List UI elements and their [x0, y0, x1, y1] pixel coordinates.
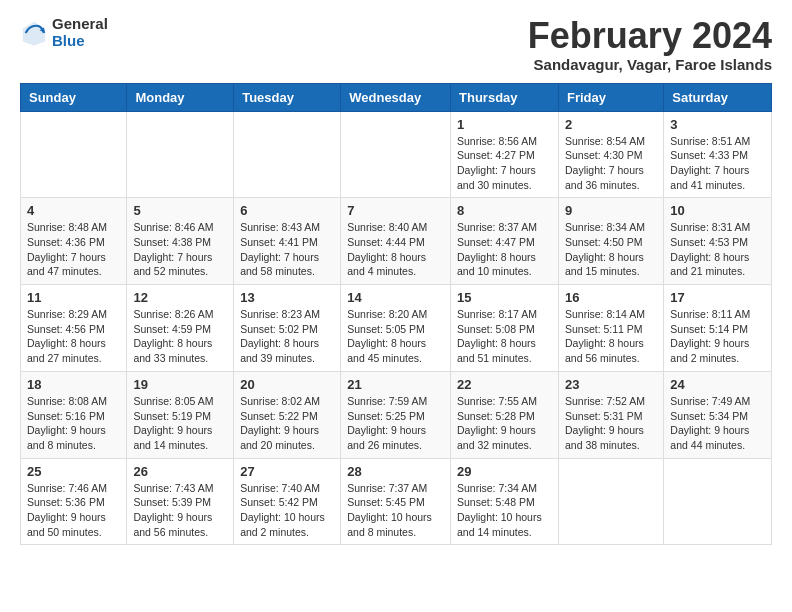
calendar-cell: 16Sunrise: 8:14 AM Sunset: 5:11 PM Dayli… [558, 285, 663, 372]
day-info: Sunrise: 8:34 AM Sunset: 4:50 PM Dayligh… [565, 220, 657, 279]
day-info: Sunrise: 7:55 AM Sunset: 5:28 PM Dayligh… [457, 394, 552, 453]
calendar-cell: 26Sunrise: 7:43 AM Sunset: 5:39 PM Dayli… [127, 458, 234, 545]
calendar-cell: 2Sunrise: 8:54 AM Sunset: 4:30 PM Daylig… [558, 111, 663, 198]
title-section: February 2024 Sandavagur, Vagar, Faroe I… [528, 16, 772, 73]
day-info: Sunrise: 8:56 AM Sunset: 4:27 PM Dayligh… [457, 134, 552, 193]
day-info: Sunrise: 8:23 AM Sunset: 5:02 PM Dayligh… [240, 307, 334, 366]
calendar-day-header: Tuesday [234, 83, 341, 111]
calendar-week-row: 18Sunrise: 8:08 AM Sunset: 5:16 PM Dayli… [21, 371, 772, 458]
day-number: 9 [565, 203, 657, 218]
day-number: 13 [240, 290, 334, 305]
day-info: Sunrise: 8:08 AM Sunset: 5:16 PM Dayligh… [27, 394, 120, 453]
day-number: 1 [457, 117, 552, 132]
day-info: Sunrise: 8:20 AM Sunset: 5:05 PM Dayligh… [347, 307, 444, 366]
calendar-cell: 5Sunrise: 8:46 AM Sunset: 4:38 PM Daylig… [127, 198, 234, 285]
day-number: 8 [457, 203, 552, 218]
page: General Blue February 2024 Sandavagur, V… [0, 0, 792, 555]
calendar-week-row: 11Sunrise: 8:29 AM Sunset: 4:56 PM Dayli… [21, 285, 772, 372]
day-number: 7 [347, 203, 444, 218]
day-number: 27 [240, 464, 334, 479]
calendar-cell: 1Sunrise: 8:56 AM Sunset: 4:27 PM Daylig… [451, 111, 559, 198]
calendar-cell: 13Sunrise: 8:23 AM Sunset: 5:02 PM Dayli… [234, 285, 341, 372]
calendar-cell: 17Sunrise: 8:11 AM Sunset: 5:14 PM Dayli… [664, 285, 772, 372]
day-number: 17 [670, 290, 765, 305]
logo-text: General Blue [52, 16, 108, 49]
calendar-cell [21, 111, 127, 198]
day-info: Sunrise: 8:05 AM Sunset: 5:19 PM Dayligh… [133, 394, 227, 453]
day-number: 6 [240, 203, 334, 218]
day-number: 19 [133, 377, 227, 392]
calendar-cell [558, 458, 663, 545]
calendar-table: SundayMondayTuesdayWednesdayThursdayFrid… [20, 83, 772, 546]
day-info: Sunrise: 7:34 AM Sunset: 5:48 PM Dayligh… [457, 481, 552, 540]
day-number: 5 [133, 203, 227, 218]
calendar-cell: 27Sunrise: 7:40 AM Sunset: 5:42 PM Dayli… [234, 458, 341, 545]
month-title: February 2024 [528, 16, 772, 56]
calendar-day-header: Wednesday [341, 83, 451, 111]
calendar-day-header: Saturday [664, 83, 772, 111]
calendar-cell: 12Sunrise: 8:26 AM Sunset: 4:59 PM Dayli… [127, 285, 234, 372]
calendar-day-header: Sunday [21, 83, 127, 111]
location-subtitle: Sandavagur, Vagar, Faroe Islands [528, 56, 772, 73]
day-info: Sunrise: 7:43 AM Sunset: 5:39 PM Dayligh… [133, 481, 227, 540]
day-number: 4 [27, 203, 120, 218]
day-number: 26 [133, 464, 227, 479]
day-number: 15 [457, 290, 552, 305]
day-number: 12 [133, 290, 227, 305]
calendar-cell: 10Sunrise: 8:31 AM Sunset: 4:53 PM Dayli… [664, 198, 772, 285]
day-number: 23 [565, 377, 657, 392]
calendar-week-row: 1Sunrise: 8:56 AM Sunset: 4:27 PM Daylig… [21, 111, 772, 198]
day-info: Sunrise: 8:43 AM Sunset: 4:41 PM Dayligh… [240, 220, 334, 279]
calendar-cell: 3Sunrise: 8:51 AM Sunset: 4:33 PM Daylig… [664, 111, 772, 198]
calendar-cell: 22Sunrise: 7:55 AM Sunset: 5:28 PM Dayli… [451, 371, 559, 458]
day-info: Sunrise: 8:54 AM Sunset: 4:30 PM Dayligh… [565, 134, 657, 193]
calendar-cell [341, 111, 451, 198]
day-number: 16 [565, 290, 657, 305]
day-info: Sunrise: 7:40 AM Sunset: 5:42 PM Dayligh… [240, 481, 334, 540]
day-info: Sunrise: 7:37 AM Sunset: 5:45 PM Dayligh… [347, 481, 444, 540]
calendar-week-row: 4Sunrise: 8:48 AM Sunset: 4:36 PM Daylig… [21, 198, 772, 285]
day-info: Sunrise: 8:51 AM Sunset: 4:33 PM Dayligh… [670, 134, 765, 193]
calendar-cell: 23Sunrise: 7:52 AM Sunset: 5:31 PM Dayli… [558, 371, 663, 458]
calendar-cell: 14Sunrise: 8:20 AM Sunset: 5:05 PM Dayli… [341, 285, 451, 372]
day-number: 28 [347, 464, 444, 479]
day-info: Sunrise: 8:40 AM Sunset: 4:44 PM Dayligh… [347, 220, 444, 279]
calendar-cell [664, 458, 772, 545]
logo: General Blue [20, 16, 108, 49]
logo-blue-text: Blue [52, 33, 108, 50]
day-number: 22 [457, 377, 552, 392]
day-info: Sunrise: 8:31 AM Sunset: 4:53 PM Dayligh… [670, 220, 765, 279]
calendar-day-header: Friday [558, 83, 663, 111]
day-number: 20 [240, 377, 334, 392]
day-number: 10 [670, 203, 765, 218]
calendar-cell: 29Sunrise: 7:34 AM Sunset: 5:48 PM Dayli… [451, 458, 559, 545]
calendar-cell [127, 111, 234, 198]
day-info: Sunrise: 7:52 AM Sunset: 5:31 PM Dayligh… [565, 394, 657, 453]
calendar-cell: 7Sunrise: 8:40 AM Sunset: 4:44 PM Daylig… [341, 198, 451, 285]
calendar-cell: 4Sunrise: 8:48 AM Sunset: 4:36 PM Daylig… [21, 198, 127, 285]
calendar-cell: 15Sunrise: 8:17 AM Sunset: 5:08 PM Dayli… [451, 285, 559, 372]
logo-icon [20, 19, 48, 47]
day-info: Sunrise: 7:46 AM Sunset: 5:36 PM Dayligh… [27, 481, 120, 540]
calendar-day-header: Monday [127, 83, 234, 111]
day-info: Sunrise: 8:17 AM Sunset: 5:08 PM Dayligh… [457, 307, 552, 366]
day-number: 3 [670, 117, 765, 132]
calendar-cell: 11Sunrise: 8:29 AM Sunset: 4:56 PM Dayli… [21, 285, 127, 372]
calendar-cell [234, 111, 341, 198]
calendar-week-row: 25Sunrise: 7:46 AM Sunset: 5:36 PM Dayli… [21, 458, 772, 545]
day-info: Sunrise: 8:11 AM Sunset: 5:14 PM Dayligh… [670, 307, 765, 366]
day-number: 14 [347, 290, 444, 305]
header: General Blue February 2024 Sandavagur, V… [20, 16, 772, 73]
calendar-cell: 18Sunrise: 8:08 AM Sunset: 5:16 PM Dayli… [21, 371, 127, 458]
day-info: Sunrise: 8:26 AM Sunset: 4:59 PM Dayligh… [133, 307, 227, 366]
day-info: Sunrise: 7:49 AM Sunset: 5:34 PM Dayligh… [670, 394, 765, 453]
calendar-cell: 20Sunrise: 8:02 AM Sunset: 5:22 PM Dayli… [234, 371, 341, 458]
logo-general-text: General [52, 16, 108, 33]
day-number: 21 [347, 377, 444, 392]
calendar-cell: 25Sunrise: 7:46 AM Sunset: 5:36 PM Dayli… [21, 458, 127, 545]
calendar-cell: 9Sunrise: 8:34 AM Sunset: 4:50 PM Daylig… [558, 198, 663, 285]
day-info: Sunrise: 8:46 AM Sunset: 4:38 PM Dayligh… [133, 220, 227, 279]
day-info: Sunrise: 8:37 AM Sunset: 4:47 PM Dayligh… [457, 220, 552, 279]
day-info: Sunrise: 8:29 AM Sunset: 4:56 PM Dayligh… [27, 307, 120, 366]
calendar-header-row: SundayMondayTuesdayWednesdayThursdayFrid… [21, 83, 772, 111]
